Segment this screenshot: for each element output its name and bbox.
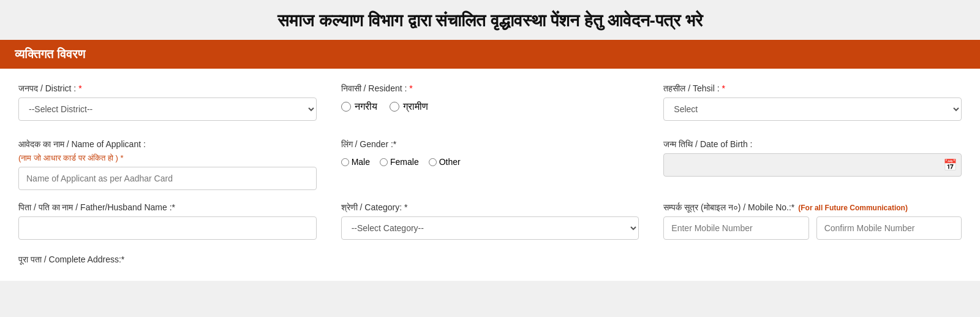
gender-male-option[interactable]: Male bbox=[341, 157, 370, 167]
father-husband-input[interactable] bbox=[18, 216, 317, 240]
mobile-inputs-row bbox=[663, 216, 962, 240]
tehsil-select[interactable]: Select bbox=[663, 97, 962, 121]
confirm-mobile-input[interactable] bbox=[816, 216, 962, 240]
district-select[interactable]: --Select District-- bbox=[18, 97, 317, 121]
mobile-col: सम्पर्क सूत्र (मोबाइल न०) / Mobile No.:*… bbox=[663, 202, 962, 240]
dob-input-wrapper: 📅 bbox=[663, 153, 962, 177]
spacer-1 bbox=[18, 133, 962, 139]
father-husband-label: पिता / पति का नाम / Father/Husband Name … bbox=[18, 202, 317, 213]
gender-female-option[interactable]: Female bbox=[380, 157, 419, 167]
gender-female-radio[interactable] bbox=[380, 158, 388, 166]
resident-nagrik-option[interactable]: नगरीय bbox=[341, 101, 377, 112]
form-row-4: पूरा पता / Complete Address:* bbox=[18, 252, 962, 265]
form-row-3: पिता / पति का नाम / Father/Husband Name … bbox=[18, 202, 962, 240]
resident-label: निवासी / Resident : * bbox=[341, 83, 639, 94]
dob-input[interactable] bbox=[663, 153, 962, 177]
dob-col: जन्म तिथि / Date of Birth : 📅 bbox=[663, 139, 962, 177]
applicant-name-sublabel: (नाम जो आधार कार्ड पर अंकित हो ) * bbox=[18, 153, 317, 163]
mobile-future-comm: (For all Future Communication) bbox=[798, 204, 908, 212]
gender-col: लिंग / Gender :* Male Female Other bbox=[341, 139, 639, 170]
district-label: जनपद / District : * bbox=[18, 83, 317, 94]
dob-label: जन्म तिथि / Date of Birth : bbox=[663, 139, 962, 150]
district-required: * bbox=[78, 83, 81, 93]
mobile-label: सम्पर्क सूत्र (मोबाइल न०) / Mobile No.:* bbox=[663, 202, 794, 213]
gender-other-radio[interactable] bbox=[429, 158, 437, 166]
gender-radio-group: Male Female Other bbox=[341, 153, 639, 170]
resident-radio-group: नगरीय ग्रामीण bbox=[341, 97, 639, 116]
applicant-name-input[interactable] bbox=[18, 167, 317, 190]
applicant-name-col: आवेदक का नाम / Name of Applicant : (नाम … bbox=[18, 139, 317, 190]
tehsil-col: तहसील / Tehsil : * Select bbox=[663, 83, 962, 121]
page-title: समाज कल्याण विभाग द्वारा संचालित वृद्धाव… bbox=[0, 0, 980, 40]
resident-col: निवासी / Resident : * नगरीय ग्रामीण bbox=[341, 83, 639, 116]
resident-nagrik-radio[interactable] bbox=[341, 102, 351, 112]
category-label: श्रेणी / Category: * bbox=[341, 202, 639, 213]
tehsil-label: तहसील / Tehsil : * bbox=[663, 83, 962, 94]
section-header: व्यक्तिगत विवरण bbox=[0, 40, 980, 69]
page-wrapper: समाज कल्याण विभाग द्वारा संचालित वृद्धाव… bbox=[0, 0, 980, 281]
applicant-name-label: आवेदक का नाम / Name of Applicant : bbox=[18, 139, 317, 150]
complete-address-col: पूरा पता / Complete Address:* bbox=[18, 252, 962, 265]
gender-male-radio[interactable] bbox=[341, 158, 349, 166]
complete-address-label: पूरा पता / Complete Address:* bbox=[18, 252, 962, 265]
gender-label: लिंग / Gender :* bbox=[341, 139, 639, 150]
category-col: श्रेणी / Category: * --Select Category-- bbox=[341, 202, 639, 240]
father-husband-col: पिता / पति का नाम / Father/Husband Name … bbox=[18, 202, 317, 240]
resident-required: * bbox=[409, 83, 412, 93]
calendar-icon[interactable]: 📅 bbox=[943, 158, 957, 172]
form-area: जनपद / District : * --Select District-- … bbox=[0, 69, 980, 281]
gender-other-option[interactable]: Other bbox=[429, 157, 461, 167]
mobile-label-row: सम्पर्क सूत्र (मोबाइल न०) / Mobile No.:*… bbox=[663, 202, 962, 213]
form-row-1: जनपद / District : * --Select District-- … bbox=[18, 83, 962, 121]
form-row-2: आवेदक का नाम / Name of Applicant : (नाम … bbox=[18, 139, 962, 190]
resident-gramin-option[interactable]: ग्रामीण bbox=[390, 101, 428, 112]
resident-gramin-radio[interactable] bbox=[390, 102, 399, 112]
tehsil-required: * bbox=[722, 83, 725, 93]
mobile-input[interactable] bbox=[663, 216, 809, 240]
district-col: जनपद / District : * --Select District-- bbox=[18, 83, 317, 121]
category-select[interactable]: --Select Category-- bbox=[341, 216, 639, 240]
